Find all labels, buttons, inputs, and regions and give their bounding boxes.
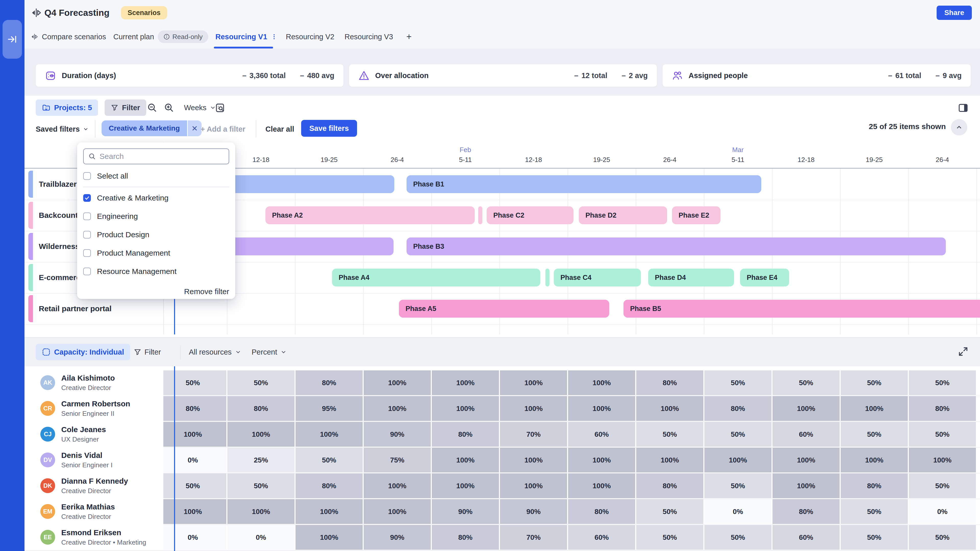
capacity-cell: 100% xyxy=(568,448,635,472)
filter-option-resource-management[interactable]: Resource Management xyxy=(83,262,229,281)
filter-button[interactable]: Filter xyxy=(105,100,146,116)
page-title: Q4 Forecasting xyxy=(45,8,110,18)
timeline-week-label: 19-25 xyxy=(593,156,610,164)
checkbox-checked[interactable] xyxy=(83,194,91,202)
gantt-bar[interactable]: Phase C4 xyxy=(554,268,641,286)
dropdown-search-box[interactable] xyxy=(83,148,229,164)
capacity-cell: 100% xyxy=(773,448,840,472)
tab-current-plan[interactable]: Current plan Read-only xyxy=(113,30,208,43)
person-name: Aila Kishimoto xyxy=(61,374,115,383)
filter-option-engineering[interactable]: Engineering xyxy=(83,207,229,225)
saved-filters-dropdown[interactable]: Saved filters xyxy=(36,122,89,137)
page-header: Q4 Forecasting Scenarios Share Compare s… xyxy=(24,0,980,48)
snapshot-icon[interactable] xyxy=(215,102,225,113)
filter-option-product-design[interactable]: Product Design xyxy=(83,225,229,244)
capacity-cell: 60% xyxy=(568,422,635,447)
add-scenario-button[interactable]: + xyxy=(406,30,412,43)
zoom-in-button[interactable] xyxy=(164,102,174,113)
gantt-bar[interactable]: Phase B3 xyxy=(407,238,946,256)
avatar: AK xyxy=(40,375,55,390)
select-all-option[interactable]: Select all xyxy=(83,167,229,185)
stat-card-assigned-people: Assigned people –61 total –9 avg xyxy=(662,64,971,87)
gantt-bar[interactable]: Phase C2 xyxy=(487,206,573,224)
zoom-unit-dropdown[interactable]: Weeks xyxy=(184,100,216,116)
gantt-bar[interactable]: Phase D2 xyxy=(579,206,667,224)
gantt-toolbar: Projects: 5 Filter Weeks xyxy=(24,98,980,118)
active-filter-chip[interactable]: Creative & Marketing ✕ xyxy=(102,121,202,136)
filter-option-label: Engineering xyxy=(97,212,138,221)
unit-dropdown[interactable]: Percent xyxy=(251,344,287,360)
person-row: DKDianna F KennedyCreative Director xyxy=(24,473,163,499)
checkbox-unchecked[interactable] xyxy=(83,249,91,257)
capacity-cell: 50% xyxy=(296,448,363,472)
projects-folder-icon xyxy=(42,103,51,112)
checkbox-unchecked[interactable] xyxy=(83,213,91,220)
checkbox-unchecked[interactable] xyxy=(83,268,91,275)
search-icon xyxy=(88,152,96,160)
gantt-bar[interactable] xyxy=(224,175,394,193)
gantt-bar[interactable] xyxy=(224,238,393,256)
active-tab-underline xyxy=(214,47,273,48)
clear-all-button[interactable]: Clear all xyxy=(266,122,294,137)
timeline-month-label: Mar xyxy=(732,146,744,154)
capacity-cell: 100% xyxy=(500,396,567,421)
title-row: Q4 Forecasting Scenarios Share xyxy=(24,0,980,25)
person-row: AKAila KishimotoCreative Director xyxy=(24,370,163,395)
zoom-out-button[interactable] xyxy=(147,102,158,113)
timeline-week-label: 26-4 xyxy=(663,156,676,164)
gantt-bar-label: Phase B5 xyxy=(624,305,661,313)
share-button[interactable]: Share xyxy=(937,6,972,20)
gantt-bar[interactable]: Phase D4 xyxy=(648,268,734,286)
capacity-row-separator xyxy=(24,421,980,422)
person-name: Eerika Mathias xyxy=(61,503,115,511)
resources-dropdown[interactable]: All resources xyxy=(189,344,242,360)
gantt-bar[interactable]: Phase A5 xyxy=(399,300,609,318)
funnel-icon xyxy=(134,348,142,356)
capacity-cell: 50% xyxy=(909,370,976,395)
remove-chip-icon[interactable]: ✕ xyxy=(188,121,202,136)
gantt-bar[interactable] xyxy=(478,206,482,224)
filter-option-product-management[interactable]: Product Management xyxy=(83,244,229,262)
capacity-filter-button[interactable]: Filter xyxy=(134,344,161,360)
capacity-cell: 50% xyxy=(159,473,226,498)
capacity-cell: 100% xyxy=(159,422,226,447)
capacity-cell: 100% xyxy=(636,448,703,472)
capacity-cell: 100% xyxy=(364,370,431,395)
gantt-bar[interactable]: Phase A4 xyxy=(332,268,540,286)
gantt-bar[interactable]: Phase A2 xyxy=(266,206,475,224)
collapse-filters-button[interactable] xyxy=(951,119,967,135)
capacity-mode-button[interactable]: Capacity: Individual xyxy=(36,344,130,360)
gantt-bar[interactable]: Phase B5 xyxy=(624,300,980,318)
tab-resourcing-v1[interactable]: Resourcing V1 xyxy=(215,30,277,43)
person-name: Dianna F Kennedy xyxy=(61,477,128,486)
avatar: CJ xyxy=(40,427,55,441)
expand-capacity-icon[interactable] xyxy=(958,346,969,357)
gantt-row-separator xyxy=(24,324,980,325)
save-filters-button[interactable]: Save filters xyxy=(301,120,357,137)
add-filter-button[interactable]: + Add a filter xyxy=(200,122,245,137)
capacity-cell: 70% xyxy=(500,525,567,550)
gantt-bar[interactable]: Phase E2 xyxy=(672,206,721,224)
person-row: CJCole JeanesUX Designer xyxy=(24,421,163,447)
search-input[interactable] xyxy=(100,152,224,161)
kebab-menu-icon[interactable] xyxy=(271,33,277,40)
checkbox-unchecked[interactable] xyxy=(83,172,91,180)
capacity-cell: 80% xyxy=(636,473,703,498)
tab-resourcing-v2[interactable]: Resourcing V2 xyxy=(286,30,334,43)
capacity-cell: 80% xyxy=(773,499,840,524)
right-panel-toggle-icon[interactable] xyxy=(958,102,969,114)
tab-compare-scenarios[interactable]: Compare scenarios xyxy=(30,30,106,43)
gantt-bar[interactable]: Phase B1 xyxy=(407,175,761,193)
capacity-cell: 75% xyxy=(364,448,431,472)
remove-filter-button[interactable]: Remove filter xyxy=(83,287,229,296)
gantt-bar[interactable]: Phase E4 xyxy=(740,268,789,286)
projects-count-button[interactable]: Projects: 5 xyxy=(36,100,98,116)
filter-bar: Saved filters Creative & Marketing ✕ + A… xyxy=(24,119,980,140)
gantt-bar[interactable] xyxy=(546,268,549,286)
tab-resourcing-v3[interactable]: Resourcing V3 xyxy=(345,30,393,43)
checkbox-unchecked[interactable] xyxy=(83,231,91,238)
timeline-week-label: 12-18 xyxy=(797,156,815,164)
timeline-month-label: Feb xyxy=(460,146,471,154)
filter-option-creative-marketing[interactable]: Creative & Marketing xyxy=(83,189,229,207)
sidebar-expand-button[interactable] xyxy=(3,20,22,59)
